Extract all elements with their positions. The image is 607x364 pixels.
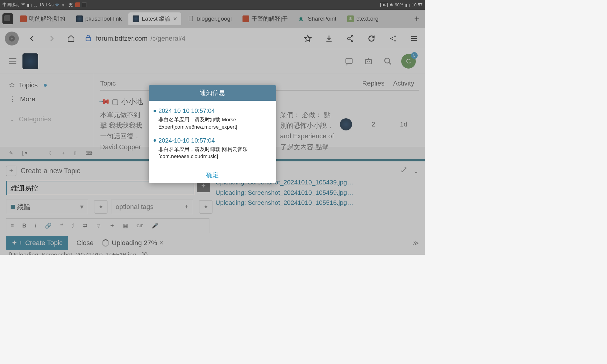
menu-button[interactable]	[408, 32, 420, 45]
collapse-preview-button[interactable]: ≫	[412, 239, 419, 247]
bracket-icon[interactable]: [ ▾	[22, 150, 27, 156]
quote-block-icon[interactable]: ≡	[11, 223, 14, 229]
pencil-icon[interactable]: ✎	[9, 150, 13, 156]
tab-7[interactable]: 書 ctext.org	[343, 13, 383, 25]
gif-icon[interactable]: GIF	[137, 224, 143, 228]
svg-rect-1	[86, 37, 90, 41]
tab-counter-icon[interactable]	[2, 13, 13, 24]
profile-plus-icon: +	[9, 35, 15, 42]
svg-point-12	[385, 58, 390, 63]
hd-badge: HD	[380, 3, 388, 7]
svg-rect-8	[346, 58, 352, 63]
layers-icon	[9, 83, 15, 88]
ai-category-button[interactable]: ✦	[94, 200, 107, 214]
modal-confirm-button[interactable]: 确定	[149, 167, 276, 183]
new-tab-button[interactable]: +	[414, 14, 419, 24]
reload-button[interactable]	[365, 32, 378, 45]
download-button[interactable]	[323, 32, 335, 45]
url-path: /c/general/4	[151, 35, 185, 42]
ai-tags-button[interactable]: ✦	[199, 200, 212, 214]
wifi-icon: ◡	[34, 2, 37, 7]
blockquote-icon[interactable]: ❝	[60, 222, 63, 229]
url-host: forum.bdfzer.com	[96, 35, 148, 42]
notification-item: 2024-10-10 10:57:04 非白名单应用，请及时卸载:Morse E…	[154, 104, 271, 134]
star-button[interactable]	[302, 32, 314, 45]
gear-plus-icon: ✦ +	[12, 239, 23, 247]
modal-title: 通知信息	[149, 85, 276, 101]
status-app-icon-1: ✿	[55, 2, 60, 7]
calendar-icon[interactable]: ▦	[123, 222, 128, 229]
favicon-site-icon	[76, 15, 83, 22]
share-button[interactable]	[344, 32, 356, 45]
upload-text: Uploading 27%	[112, 239, 157, 247]
upload-icon[interactable]: ⤴	[72, 223, 74, 229]
tab-label: 明的解释|明的	[29, 15, 65, 23]
emoji-icon[interactable]: ☺	[96, 223, 101, 229]
notification-badge: 5	[411, 52, 418, 59]
tab-2[interactable]: pkuschool-link	[72, 13, 126, 25]
overflow-text: [Uploading: Screenshot_20241010_105516.j…	[9, 251, 148, 255]
topic-title-text: 小小地	[121, 97, 143, 106]
favicon-doc-icon	[188, 15, 195, 22]
search-icon[interactable]	[382, 55, 394, 67]
tab-6[interactable]: ◉ SharePoint	[294, 13, 341, 25]
chat-icon[interactable]	[343, 55, 355, 67]
site-security-icon[interactable]	[84, 34, 93, 43]
tab-4[interactable]: blogger.googl	[184, 13, 236, 25]
tab-5[interactable]: 干警的解释|干	[238, 12, 292, 25]
signal-5g-icon: ⁵ᴳ	[21, 2, 25, 7]
profile-button[interactable]: +	[5, 32, 19, 46]
composer-add-button[interactable]: +	[6, 166, 16, 176]
phone-icon[interactable]: ▯	[74, 150, 76, 156]
robot-icon[interactable]	[362, 55, 375, 67]
status-app-icon-3: 支	[69, 2, 73, 7]
poster-avatar[interactable]	[340, 118, 352, 130]
swap-icon[interactable]: ⇄	[83, 222, 87, 229]
create-topic-button[interactable]: ✦ + Create Topic	[6, 236, 68, 250]
svg-point-11	[369, 61, 370, 62]
favicon-ctext-icon: 書	[347, 15, 354, 22]
tab-3-active[interactable]: Latest 縱論 ×	[128, 12, 181, 25]
forum-sidebar: Topics ⋮ More ⌄ Categories	[0, 73, 94, 147]
sidebar-item-categories[interactable]: ⌄ Categories	[9, 112, 85, 126]
chevron-down-icon: ▾	[80, 203, 83, 211]
bold-icon[interactable]: B	[22, 223, 26, 229]
category-label: 縱論	[17, 202, 31, 211]
chevron-down-icon[interactable]: ⌄	[413, 167, 419, 175]
close-tab-icon[interactable]: ×	[173, 15, 177, 23]
cancel-upload-button[interactable]: ×	[160, 239, 164, 247]
sidebar-item-more[interactable]: ⋮ More	[9, 92, 85, 106]
topic-title-input[interactable]	[6, 181, 194, 195]
moon-icon[interactable]: ☾	[49, 150, 53, 156]
preview-line: Uploading: Screenshot_20241010_105459.jp…	[215, 187, 419, 198]
category-select[interactable]: 縱論 ▾	[6, 200, 88, 214]
pin-icon: 📌	[98, 95, 111, 108]
forward-button[interactable]	[46, 32, 58, 45]
sidebar-toggle-button[interactable]	[9, 58, 16, 64]
speed-label: 18.1K/s	[39, 2, 53, 7]
category-color-icon	[11, 205, 15, 209]
tags-placeholder: optional tags	[116, 203, 154, 211]
close-composer-button[interactable]: Close	[76, 239, 93, 247]
reply-count: 2	[358, 120, 388, 128]
sidebar-item-topics[interactable]: Topics	[9, 78, 85, 92]
preview-line: Uploading: Screenshot_20241010_105516.jp…	[215, 197, 419, 208]
home-button[interactable]	[65, 32, 77, 45]
italic-icon[interactable]: I	[35, 223, 36, 229]
site-logo[interactable]	[22, 53, 38, 69]
favicon-sharepoint-icon: ◉	[299, 15, 305, 22]
sparkle-icon[interactable]: ✦	[110, 222, 114, 229]
keyboard-icon[interactable]: ⌨	[86, 150, 93, 156]
share-nodes-button[interactable]	[387, 32, 399, 45]
back-button[interactable]	[26, 32, 38, 45]
tab-label: 干警的解释|干	[252, 15, 288, 23]
tab-1[interactable]: 明的解释|明的	[16, 12, 70, 25]
tab-label: SharePoint	[308, 15, 336, 22]
plus-icon[interactable]: +	[62, 150, 65, 156]
mic-icon[interactable]: 🎤	[152, 222, 158, 229]
link-icon[interactable]: 🔗	[45, 222, 52, 229]
expand-icon[interactable]	[401, 167, 407, 175]
url-bar[interactable]: forum.bdfzer.com/c/general/4	[84, 34, 294, 43]
tags-input[interactable]: optional tags +	[111, 200, 193, 214]
user-avatar[interactable]: C 5	[401, 54, 416, 69]
